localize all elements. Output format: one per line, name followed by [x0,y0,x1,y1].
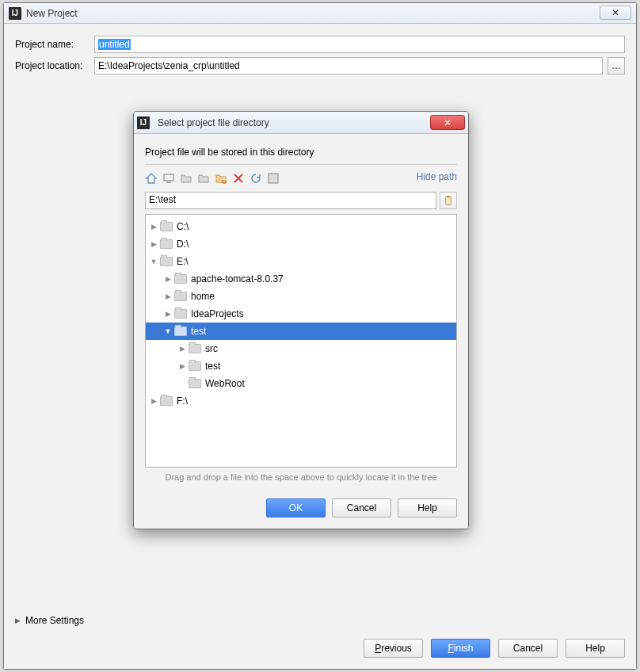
intellij-logo-icon: IJ [137,116,150,129]
tree-label: test [205,361,220,372]
tree-label: apache-tomcat-8.0.37 [191,273,284,284]
refresh-icon[interactable] [250,172,262,185]
chevron-right-icon: ▶ [15,617,21,624]
outer-titlebar[interactable]: IJ New Project ✕ [4,3,636,24]
tree-row[interactable]: ▼E:\ [146,253,456,270]
modal-close-button[interactable]: ✕ [430,115,465,130]
modal-titlebar[interactable]: IJ Select project file directory ✕ [134,112,468,134]
chevron-right-icon[interactable]: ▶ [163,310,173,318]
history-paths-button[interactable] [440,192,457,209]
tree-row[interactable]: ▶apache-tomcat-8.0.37 [146,270,456,288]
tree-label: F:\ [177,395,188,407]
folder-icon [189,379,201,388]
svg-rect-0 [164,174,173,181]
folder-icon [189,361,201,371]
more-settings-toggle[interactable]: ▶ More Settings [15,615,84,626]
directory-path-input[interactable]: E:\test [145,192,436,209]
svg-rect-6 [269,174,278,183]
folder-icon [160,222,173,231]
tree-row[interactable]: ▶D:\ [146,235,456,253]
tree-label: D:\ [177,239,189,250]
tree-label: WebRoot [205,378,245,389]
cancel-button[interactable]: Cancel [498,639,558,658]
tree-row[interactable]: ▶src [146,340,456,357]
modal-body: Project file will be stored in this dire… [134,134,468,529]
chevron-right-icon[interactable]: ▶ [149,397,158,405]
tree-row[interactable]: ▶C:\ [146,218,456,235]
tree-row[interactable]: ▼test [146,323,456,340]
more-settings-label: More Settings [25,615,84,626]
tree-label: home [191,291,215,302]
tree-row[interactable]: ▶IdeaProjects [146,305,456,323]
separator [145,164,457,165]
chevron-right-icon[interactable]: ▶ [149,223,158,231]
tree-label: E:\ [177,256,189,267]
drag-drop-hint: Drag and drop a file into the space abov… [145,472,457,482]
home-icon[interactable] [145,172,158,185]
desktop-icon[interactable] [162,172,175,185]
folder-icon [160,257,173,266]
browse-location-button[interactable]: … [608,57,625,74]
finish-button[interactable]: Finish [431,639,490,658]
modal-cancel-button[interactable]: Cancel [332,498,391,517]
svg-rect-9 [447,196,450,198]
ellipsis-icon: … [611,60,621,71]
modal-title: Select project file directory [158,117,269,128]
folder-icon [160,239,173,249]
delete-icon[interactable] [232,172,245,185]
folder-icon [174,309,187,319]
chevron-right-icon[interactable]: ▶ [177,380,187,388]
folder-icon [174,274,187,284]
tree-label: C:\ [177,221,189,232]
ok-button[interactable]: OK [266,498,326,517]
modal-subtitle: Project file will be stored in this dire… [145,147,457,158]
show-hidden-icon[interactable] [267,172,280,185]
tree-row[interactable]: ▶F:\ [146,392,456,410]
previous-button[interactable]: Previous [364,639,423,658]
chevron-down-icon[interactable]: ▼ [163,327,173,335]
project-name-input[interactable]: untitled [94,36,625,53]
directory-toolbar: + Hide path [145,170,457,187]
folder-icon [189,344,201,353]
chevron-right-icon[interactable]: ▶ [163,275,173,283]
chevron-down-icon[interactable]: ▼ [149,258,158,265]
chevron-right-icon[interactable]: ▶ [163,292,173,300]
project-location-label: Project location: [15,60,94,71]
outer-close-button[interactable]: ✕ [600,6,631,20]
tree-row[interactable]: ▶test [146,357,456,375]
modal-help-button[interactable]: Help [398,498,457,517]
project-name-label: Project name: [15,39,94,50]
folder-icon [160,396,173,406]
help-button[interactable]: Help [566,639,625,658]
select-directory-dialog: IJ Select project file directory ✕ Proje… [133,111,469,529]
chevron-right-icon[interactable]: ▶ [177,362,187,370]
outer-title: New Project [26,8,78,19]
tree-label: src [205,343,218,354]
tree-label: test [191,326,206,337]
hide-path-link[interactable]: Hide path [417,171,457,182]
folder-icon [174,292,187,301]
tree-row[interactable]: ▶home [146,288,456,305]
svg-text:+: + [221,174,227,185]
folder-icon [174,326,187,336]
tree-label: IdeaProjects [191,308,244,319]
project-name-value: untitled [98,39,131,50]
project-location-input[interactable]: E:\IdeaProjects\zenia_crp\untitled [94,57,603,74]
close-icon: ✕ [444,117,451,128]
tree-row[interactable]: ▶WebRoot [146,375,456,392]
intellij-logo-icon: IJ [9,7,21,20]
directory-tree[interactable]: ▶C:\▶D:\▼E:\▶apache-tomcat-8.0.37▶home▶I… [145,214,457,468]
chevron-right-icon[interactable]: ▶ [177,345,187,353]
project-folder-icon[interactable] [180,172,192,185]
chevron-right-icon[interactable]: ▶ [149,240,158,248]
new-folder-icon[interactable]: + [215,172,227,185]
close-icon: ✕ [611,7,619,18]
module-folder-icon[interactable] [197,172,210,185]
